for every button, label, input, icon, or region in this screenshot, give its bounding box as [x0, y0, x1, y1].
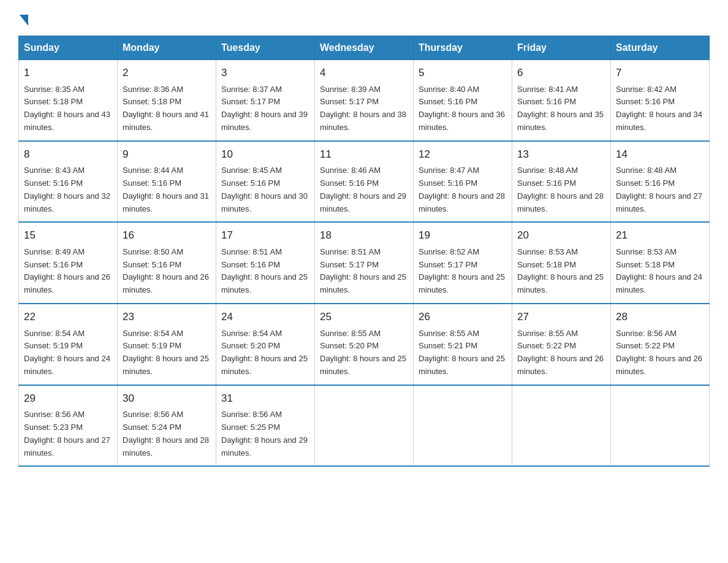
day-info: Sunrise: 8:55 AMSunset: 5:21 PMDaylight:… [419, 329, 505, 376]
day-info: Sunrise: 8:54 AMSunset: 5:20 PMDaylight:… [221, 329, 308, 376]
day-info: Sunrise: 8:55 AMSunset: 5:20 PMDaylight:… [320, 329, 406, 376]
day-info: Sunrise: 8:55 AMSunset: 5:22 PMDaylight:… [517, 329, 604, 376]
calendar-week-row: 8 Sunrise: 8:43 AMSunset: 5:16 PMDayligh… [19, 141, 710, 223]
logo-arrow-icon [20, 15, 28, 26]
day-info: Sunrise: 8:42 AMSunset: 5:16 PMDaylight:… [616, 85, 702, 132]
calendar-cell: 19 Sunrise: 8:52 AMSunset: 5:17 PMDaylig… [414, 222, 512, 304]
day-number: 13 [517, 147, 605, 163]
calendar-cell [611, 385, 710, 467]
day-info: Sunrise: 8:46 AMSunset: 5:16 PMDaylight:… [320, 166, 406, 213]
calendar-table: SundayMondayTuesdayWednesdayThursdayFrid… [18, 36, 710, 467]
day-number: 26 [419, 309, 507, 325]
calendar-cell: 13 Sunrise: 8:48 AMSunset: 5:16 PMDaylig… [512, 141, 611, 223]
day-info: Sunrise: 8:54 AMSunset: 5:19 PMDaylight:… [123, 329, 209, 376]
day-number: 18 [320, 228, 408, 243]
day-info: Sunrise: 8:56 AMSunset: 5:24 PMDaylight:… [123, 410, 209, 457]
day-number: 7 [616, 65, 704, 81]
calendar-cell [512, 385, 611, 467]
calendar-cell: 11 Sunrise: 8:46 AMSunset: 5:16 PMDaylig… [315, 141, 414, 223]
calendar-week-row: 1 Sunrise: 8:35 AMSunset: 5:18 PMDayligh… [19, 60, 710, 141]
day-info: Sunrise: 8:53 AMSunset: 5:18 PMDaylight:… [517, 247, 604, 294]
calendar-cell: 17 Sunrise: 8:51 AMSunset: 5:16 PMDaylig… [216, 222, 315, 304]
day-number: 23 [123, 309, 211, 325]
day-info: Sunrise: 8:48 AMSunset: 5:16 PMDaylight:… [517, 166, 604, 213]
calendar-week-row: 15 Sunrise: 8:49 AMSunset: 5:16 PMDaylig… [19, 222, 710, 304]
calendar-cell: 1 Sunrise: 8:35 AMSunset: 5:18 PMDayligh… [19, 60, 118, 141]
day-number: 6 [517, 65, 605, 81]
day-of-week-header: Sunday [19, 36, 118, 60]
day-info: Sunrise: 8:39 AMSunset: 5:17 PMDaylight:… [320, 85, 406, 132]
day-info: Sunrise: 8:35 AMSunset: 5:18 PMDaylight:… [24, 85, 110, 132]
calendar-cell: 23 Sunrise: 8:54 AMSunset: 5:19 PMDaylig… [118, 304, 216, 385]
day-of-week-header: Thursday [414, 36, 512, 60]
day-number: 4 [320, 65, 408, 81]
calendar-cell: 14 Sunrise: 8:48 AMSunset: 5:16 PMDaylig… [611, 141, 710, 223]
calendar-cell [315, 385, 414, 467]
calendar-cell: 28 Sunrise: 8:56 AMSunset: 5:22 PMDaylig… [611, 304, 710, 385]
day-number: 22 [24, 309, 112, 325]
calendar-cell: 4 Sunrise: 8:39 AMSunset: 5:17 PMDayligh… [315, 60, 414, 141]
calendar-cell: 2 Sunrise: 8:36 AMSunset: 5:18 PMDayligh… [118, 60, 216, 141]
day-info: Sunrise: 8:37 AMSunset: 5:17 PMDaylight:… [221, 85, 308, 132]
day-info: Sunrise: 8:54 AMSunset: 5:19 PMDaylight:… [24, 329, 110, 376]
calendar-week-row: 29 Sunrise: 8:56 AMSunset: 5:23 PMDaylig… [19, 385, 710, 467]
day-info: Sunrise: 8:41 AMSunset: 5:16 PMDaylight:… [517, 85, 604, 132]
calendar-cell: 21 Sunrise: 8:53 AMSunset: 5:18 PMDaylig… [611, 222, 710, 304]
day-number: 25 [320, 309, 408, 325]
logo [18, 12, 28, 25]
day-info: Sunrise: 8:49 AMSunset: 5:16 PMDaylight:… [24, 247, 110, 294]
day-info: Sunrise: 8:56 AMSunset: 5:22 PMDaylight:… [616, 329, 702, 376]
calendar-cell: 8 Sunrise: 8:43 AMSunset: 5:16 PMDayligh… [19, 141, 118, 223]
day-number: 27 [517, 309, 605, 325]
calendar-cell: 24 Sunrise: 8:54 AMSunset: 5:20 PMDaylig… [216, 304, 315, 385]
day-info: Sunrise: 8:56 AMSunset: 5:23 PMDaylight:… [24, 410, 110, 457]
calendar-cell: 27 Sunrise: 8:55 AMSunset: 5:22 PMDaylig… [512, 304, 611, 385]
day-number: 19 [419, 228, 507, 243]
day-number: 2 [123, 65, 211, 81]
day-info: Sunrise: 8:48 AMSunset: 5:16 PMDaylight:… [616, 166, 702, 213]
day-number: 30 [123, 391, 211, 407]
day-number: 9 [123, 147, 211, 163]
day-number: 28 [616, 309, 704, 325]
page-header [18, 12, 710, 25]
calendar-cell: 10 Sunrise: 8:45 AMSunset: 5:16 PMDaylig… [216, 141, 315, 223]
calendar-cell: 26 Sunrise: 8:55 AMSunset: 5:21 PMDaylig… [414, 304, 512, 385]
day-number: 8 [24, 147, 112, 163]
day-of-week-header: Friday [512, 36, 611, 60]
day-info: Sunrise: 8:51 AMSunset: 5:16 PMDaylight:… [221, 247, 308, 294]
day-of-week-header: Saturday [611, 36, 710, 60]
day-info: Sunrise: 8:56 AMSunset: 5:25 PMDaylight:… [221, 410, 308, 457]
calendar-cell: 12 Sunrise: 8:47 AMSunset: 5:16 PMDaylig… [414, 141, 512, 223]
calendar-cell: 16 Sunrise: 8:50 AMSunset: 5:16 PMDaylig… [118, 222, 216, 304]
calendar-cell: 31 Sunrise: 8:56 AMSunset: 5:25 PMDaylig… [216, 385, 315, 467]
calendar-cell: 9 Sunrise: 8:44 AMSunset: 5:16 PMDayligh… [118, 141, 216, 223]
day-number: 5 [419, 65, 507, 81]
day-info: Sunrise: 8:53 AMSunset: 5:18 PMDaylight:… [616, 247, 702, 294]
day-info: Sunrise: 8:47 AMSunset: 5:16 PMDaylight:… [419, 166, 505, 213]
day-info: Sunrise: 8:40 AMSunset: 5:16 PMDaylight:… [419, 85, 505, 132]
day-info: Sunrise: 8:44 AMSunset: 5:16 PMDaylight:… [123, 166, 209, 213]
day-info: Sunrise: 8:43 AMSunset: 5:16 PMDaylight:… [24, 166, 110, 213]
day-info: Sunrise: 8:51 AMSunset: 5:17 PMDaylight:… [320, 247, 406, 294]
day-info: Sunrise: 8:45 AMSunset: 5:16 PMDaylight:… [221, 166, 308, 213]
calendar-cell: 7 Sunrise: 8:42 AMSunset: 5:16 PMDayligh… [611, 60, 710, 141]
calendar-cell: 18 Sunrise: 8:51 AMSunset: 5:17 PMDaylig… [315, 222, 414, 304]
day-number: 14 [616, 147, 704, 163]
day-number: 16 [123, 228, 211, 243]
day-number: 20 [517, 228, 605, 243]
calendar-cell: 3 Sunrise: 8:37 AMSunset: 5:17 PMDayligh… [216, 60, 315, 141]
day-info: Sunrise: 8:36 AMSunset: 5:18 PMDaylight:… [123, 85, 209, 132]
day-of-week-header: Wednesday [315, 36, 414, 60]
day-number: 12 [419, 147, 507, 163]
day-number: 11 [320, 147, 408, 163]
day-info: Sunrise: 8:52 AMSunset: 5:17 PMDaylight:… [419, 247, 505, 294]
day-number: 17 [221, 228, 309, 243]
day-of-week-header: Tuesday [216, 36, 315, 60]
calendar-week-row: 22 Sunrise: 8:54 AMSunset: 5:19 PMDaylig… [19, 304, 710, 385]
calendar-header-row: SundayMondayTuesdayWednesdayThursdayFrid… [19, 36, 710, 60]
calendar-cell: 20 Sunrise: 8:53 AMSunset: 5:18 PMDaylig… [512, 222, 611, 304]
day-number: 1 [24, 65, 112, 81]
day-of-week-header: Monday [118, 36, 216, 60]
day-number: 10 [221, 147, 309, 163]
day-info: Sunrise: 8:50 AMSunset: 5:16 PMDaylight:… [123, 247, 209, 294]
